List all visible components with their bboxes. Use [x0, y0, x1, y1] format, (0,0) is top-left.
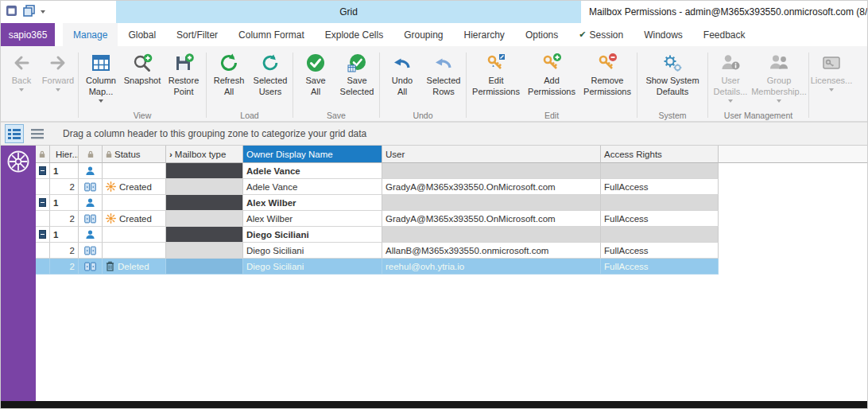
- user-cell[interactable]: AllanB@M365x393550.onmicrosoft.com: [382, 243, 601, 259]
- expand-cell[interactable]: [36, 195, 50, 211]
- group-row[interactable]: 1 Diego Siciliani: [36, 227, 719, 243]
- col-header-mailbox-type[interactable]: › Mailbox type: [166, 146, 243, 163]
- group-membership-button[interactable]: Group Membership...: [751, 49, 807, 103]
- status-cell: [103, 243, 166, 259]
- tab-explode-cells[interactable]: Explode Cells: [315, 23, 393, 46]
- col-header-owner-display-name[interactable]: Owner Display Name: [243, 146, 382, 163]
- grid-view-toggle-button[interactable]: [5, 124, 24, 143]
- save-selected-button[interactable]: Save Selected: [336, 49, 378, 97]
- user-cell[interactable]: GradyA@M365x393550.OnMicrosoft.com: [382, 179, 601, 195]
- refresh-selected-users-button[interactable]: Selected Users: [250, 49, 291, 97]
- licenses-button[interactable]: Licenses...: [811, 49, 852, 92]
- ribbon-separator: [379, 53, 380, 118]
- grid-window-tab[interactable]: Grid: [116, 1, 581, 23]
- tab-session[interactable]: ✔ Session: [568, 23, 634, 46]
- expand-cell: [36, 211, 50, 227]
- grid-row-selected[interactable]: 2 Deleted Diego Siciliani reehul@ovh.ytr…: [36, 259, 719, 275]
- tab-global[interactable]: Global: [118, 23, 166, 46]
- row-type-cell: [79, 227, 103, 243]
- window-icon[interactable]: [6, 5, 17, 17]
- trash-icon: [106, 261, 114, 271]
- refresh-all-button[interactable]: Refresh All: [208, 49, 250, 97]
- access-rights-cell[interactable]: FullAccess: [601, 179, 719, 195]
- tab-windows[interactable]: Windows: [634, 23, 693, 46]
- owner-cell[interactable]: Alex Wilber: [243, 195, 382, 211]
- ribbon-group-licenses: Licenses...: [810, 48, 853, 121]
- collapse-icon[interactable]: [39, 230, 46, 239]
- undo-selected-rows-button[interactable]: Selected Rows: [423, 49, 464, 97]
- expand-cell[interactable]: [36, 227, 50, 243]
- tab-sapio365[interactable]: sapio365: [1, 23, 55, 46]
- grouping-bar[interactable]: Drag a column header to this grouping zo…: [1, 122, 867, 146]
- forward-button[interactable]: Forward: [40, 49, 76, 92]
- col-header-user[interactable]: User: [382, 146, 601, 163]
- col-header-hierarchy[interactable]: Hier...: [50, 146, 79, 163]
- ribbon-separator: [293, 53, 293, 118]
- tab-manage[interactable]: Manage: [63, 23, 118, 46]
- snapshot-button[interactable]: Snapshot: [122, 49, 163, 86]
- tab-sort-filter[interactable]: Sort/Filter: [166, 23, 228, 46]
- grid-row[interactable]: 2 Diego Siciliani AllanB@M365x393550.onm…: [36, 243, 719, 259]
- group-row[interactable]: 1 Adele Vance: [36, 163, 719, 179]
- show-system-defaults-button[interactable]: Show System Defaults: [639, 49, 706, 97]
- list-view-toggle-button[interactable]: [28, 124, 47, 143]
- owner-cell[interactable]: Adele Vance: [243, 163, 382, 179]
- collapse-icon[interactable]: [39, 198, 46, 207]
- edit-permissions-label-2: Permissions: [472, 87, 520, 96]
- grouped-column-indicator: ›: [169, 150, 172, 159]
- access-rights-cell[interactable]: FullAccess: [601, 243, 719, 259]
- show-system-defaults-label-1: Show System: [645, 76, 699, 85]
- grid-row[interactable]: 2 Created Alex Wilber GradyA@M365x393550…: [36, 211, 719, 227]
- undo-all-button[interactable]: Undo All: [382, 49, 423, 97]
- access-rights-cell: [601, 195, 719, 211]
- col-header-status-label: Status: [114, 150, 141, 159]
- access-rights-cell[interactable]: FullAccess: [601, 259, 719, 275]
- restore-point-button[interactable]: Restore Point: [163, 49, 204, 97]
- edit-permissions-button[interactable]: Edit Permissions: [468, 49, 524, 97]
- user-cell[interactable]: GradyA@M365x393550.OnMicrosoft.com: [382, 211, 601, 227]
- qat-dropdown-icon[interactable]: [41, 10, 45, 14]
- refresh-selected-users-label-1: Selected: [254, 76, 288, 85]
- remove-permissions-button[interactable]: Remove Permissions: [579, 49, 635, 97]
- tab-options[interactable]: Options: [515, 23, 568, 46]
- tab-grouping[interactable]: Grouping: [393, 23, 453, 46]
- created-icon: [106, 213, 116, 224]
- hierarchy-cell: 1: [50, 227, 79, 243]
- group-membership-label-1: Group: [767, 76, 792, 85]
- status-cell: Created: [103, 179, 166, 195]
- owner-cell[interactable]: Diego Siciliani: [243, 259, 382, 275]
- remove-permissions-label-1: Remove: [591, 76, 624, 85]
- owner-cell[interactable]: Diego Siciliani: [243, 243, 382, 259]
- copy-window-icon[interactable]: [23, 5, 35, 17]
- ytria-wheel-icon[interactable]: [6, 150, 30, 173]
- save-all-button[interactable]: Save All: [295, 49, 336, 97]
- expand-cell[interactable]: [36, 163, 50, 179]
- tab-column-format[interactable]: Column Format: [228, 23, 315, 46]
- user-details-button[interactable]: User Details...: [710, 49, 751, 103]
- owner-cell[interactable]: Adele Vance: [243, 179, 382, 195]
- col-header-type-icon[interactable]: [79, 146, 103, 163]
- owner-cell[interactable]: Diego Siciliani: [243, 227, 382, 243]
- owner-cell[interactable]: Alex Wilber: [243, 211, 382, 227]
- tab-hierarchy[interactable]: Hierarchy: [454, 23, 515, 46]
- row-type-cell: [79, 259, 103, 275]
- access-rights-cell[interactable]: FullAccess: [601, 211, 719, 227]
- hierarchy-cell: 1: [50, 163, 79, 179]
- column-map-label-2: Map...: [89, 87, 114, 96]
- snapshot-icon: [132, 52, 153, 74]
- user-cell[interactable]: reehul@ovh.ytria.io: [382, 259, 601, 275]
- add-permissions-button[interactable]: Add Permissions: [524, 49, 579, 97]
- status-cell: Deleted: [103, 259, 166, 275]
- col-header-status[interactable]: Status: [103, 146, 166, 163]
- col-header-access-rights[interactable]: Access Rights: [601, 146, 719, 163]
- back-button[interactable]: Back: [3, 49, 40, 92]
- grid-row[interactable]: 2 Created Adele Vance GradyA@M365x393550…: [36, 179, 719, 195]
- hierarchy-cell: 2: [50, 243, 79, 259]
- col-header-expand[interactable]: [36, 146, 50, 163]
- collapse-icon[interactable]: [39, 166, 46, 175]
- mailbox-icon: [84, 214, 96, 224]
- tab-feedback[interactable]: Feedback: [693, 23, 756, 46]
- grid-view-icon: [8, 128, 21, 139]
- group-row[interactable]: 1 Alex Wilber: [36, 195, 719, 211]
- column-map-button[interactable]: Column Map...: [80, 49, 122, 103]
